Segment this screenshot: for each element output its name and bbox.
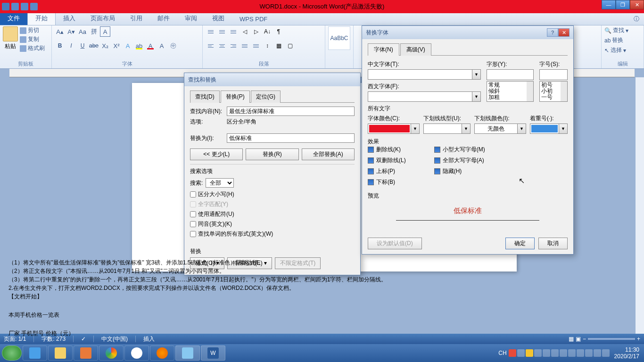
multilevel-icon[interactable] — [228, 26, 239, 37]
close-button[interactable]: ✕ — [630, 0, 644, 9]
task-media[interactable] — [74, 346, 98, 361]
tab-references[interactable]: 引用 — [123, 12, 150, 25]
ime-indicator[interactable]: CH — [498, 350, 506, 356]
style-normal[interactable]: AaBbC — [328, 26, 350, 50]
task-app5[interactable] — [124, 346, 149, 361]
cn-font-combo[interactable]: ▼ — [368, 69, 481, 80]
tray-icon[interactable] — [560, 349, 567, 357]
tab-review[interactable]: 审阅 — [177, 12, 205, 25]
italic-button[interactable]: I — [66, 41, 76, 51]
vertical-scrollbar[interactable] — [636, 77, 644, 334]
find-button[interactable]: 🔍查找 ▾ — [604, 26, 628, 34]
replace-button[interactable]: ab替换 — [604, 36, 628, 44]
indent-dec-icon[interactable]: ◁ — [239, 26, 250, 37]
replace-all-button[interactable]: 全部替换(A) — [302, 148, 355, 160]
enclosed-char-icon[interactable]: ㊥ — [168, 41, 178, 51]
tab-replace[interactable]: 替换(P) — [221, 90, 250, 103]
change-case-icon[interactable]: Aa — [77, 26, 88, 37]
style-input[interactable] — [487, 69, 534, 80]
align-distribute-icon[interactable] — [251, 41, 261, 51]
maximize-button[interactable]: ❐ — [616, 0, 630, 9]
tray-icon[interactable] — [568, 349, 576, 357]
shading-icon[interactable]: ▦ — [273, 41, 284, 51]
replace-one-button[interactable]: 替换(R) — [246, 148, 298, 160]
tray-icon[interactable] — [526, 349, 533, 357]
tray-icon[interactable] — [543, 349, 550, 357]
align-left-icon[interactable] — [206, 41, 216, 51]
en-font-combo[interactable]: ▼ — [368, 91, 481, 102]
underline-button[interactable]: U — [77, 41, 88, 51]
strikethrough-button[interactable]: abe — [89, 41, 99, 51]
less-button[interactable]: << 更少(L) — [190, 148, 243, 160]
chk-all-caps[interactable]: 全部大写字母(A) — [434, 156, 485, 165]
cancel-button[interactable]: 取消 — [538, 238, 568, 249]
font-shrink-icon[interactable]: A▾ — [66, 26, 76, 37]
rf-help-button[interactable]: ? — [547, 28, 558, 37]
qat-redo-icon[interactable] — [30, 3, 38, 10]
font-grow-icon[interactable]: A▴ — [55, 26, 65, 37]
tab-mailings[interactable]: 邮件 — [150, 12, 177, 25]
task-firefox[interactable] — [150, 346, 174, 361]
text-effects-icon[interactable]: A — [123, 41, 133, 51]
file-tab[interactable]: 文件 — [0, 12, 27, 25]
task-word[interactable]: W — [201, 346, 225, 361]
task-notepad[interactable] — [175, 346, 200, 361]
bullets-icon[interactable] — [206, 26, 216, 37]
phonetic-icon[interactable]: 拼 — [89, 26, 99, 37]
find-what-input[interactable] — [227, 107, 355, 116]
emphasis-combo[interactable]: ▼ — [530, 123, 568, 134]
tab-wpspdf[interactable]: WPS PDF — [232, 13, 275, 25]
chk-match-case[interactable]: 区分大小写(H) — [190, 190, 355, 198]
rf-tab-font[interactable]: 字体(N) — [368, 43, 399, 56]
borders-icon[interactable]: ▢ — [285, 41, 295, 51]
sort-icon[interactable]: A↓ — [262, 26, 272, 37]
align-center-icon[interactable] — [217, 41, 227, 51]
tray-icon[interactable] — [551, 349, 559, 357]
indent-inc-icon[interactable]: ▷ — [251, 26, 261, 37]
system-clock[interactable]: 11:30 2020/2/17 — [611, 346, 642, 360]
replace-with-input[interactable] — [227, 133, 355, 143]
font-color-button[interactable]: A — [145, 41, 156, 51]
tab-view[interactable]: 视图 — [205, 12, 232, 25]
format-painter-button[interactable]: 格式刷 — [20, 44, 45, 52]
chk-wildcards[interactable]: 使用通配符(U) — [190, 210, 355, 218]
chk-sounds-like[interactable]: 同音(英文)(K) — [190, 220, 355, 228]
rf-tab-advanced[interactable]: 高级(V) — [400, 43, 431, 56]
tab-layout[interactable]: 页面布局 — [83, 12, 123, 25]
tab-home[interactable]: 开始 — [27, 11, 56, 25]
select-button[interactable]: ↖选择 ▾ — [604, 46, 628, 54]
tray-icon[interactable] — [594, 349, 601, 357]
cut-button[interactable]: 剪切 — [20, 26, 45, 34]
rf-close-button[interactable]: ✕ — [558, 28, 570, 37]
zoom-in-icon[interactable]: + — [637, 336, 640, 342]
task-explorer[interactable] — [48, 346, 73, 361]
chk-small-caps[interactable]: 小型大写字母(M) — [434, 146, 485, 154]
help-icon[interactable]: ⓘ — [629, 13, 644, 25]
search-direction-select[interactable]: 全部 — [206, 178, 234, 188]
paste-icon[interactable] — [3, 26, 18, 41]
show-marks-icon[interactable]: ¶ — [273, 26, 284, 37]
char-shading-icon[interactable]: A — [157, 41, 167, 51]
zoom-slider[interactable] — [588, 338, 635, 340]
tab-insert[interactable]: 插入 — [56, 12, 83, 25]
bold-button[interactable]: B — [55, 41, 65, 51]
tab-goto[interactable]: 定位(G) — [251, 90, 281, 103]
underline-color-combo[interactable]: 无颜色▼ — [474, 123, 526, 134]
start-button[interactable] — [2, 346, 22, 361]
copy-button[interactable]: 复制 — [20, 35, 45, 43]
line-spacing-icon[interactable]: ↕ — [262, 41, 272, 51]
align-justify-icon[interactable] — [239, 41, 250, 51]
tray-volume-icon[interactable] — [602, 349, 610, 357]
chk-double-strike[interactable]: 双删除线(L) — [368, 156, 406, 165]
size-list[interactable]: 初号 小初 一号 — [539, 81, 568, 102]
qat-undo-icon[interactable] — [21, 3, 28, 10]
size-input[interactable] — [539, 69, 568, 80]
tray-icon[interactable] — [509, 349, 516, 357]
numbering-icon[interactable] — [217, 26, 227, 37]
tab-find[interactable]: 查找(D) — [190, 90, 220, 103]
task-ie[interactable] — [23, 346, 47, 361]
chk-hidden[interactable]: 隐藏(H) — [434, 167, 485, 175]
superscript-button[interactable]: X² — [111, 41, 122, 51]
chk-strike[interactable]: 删除线(K) — [368, 146, 406, 154]
font-color-combo[interactable]: ▼ — [368, 123, 420, 134]
